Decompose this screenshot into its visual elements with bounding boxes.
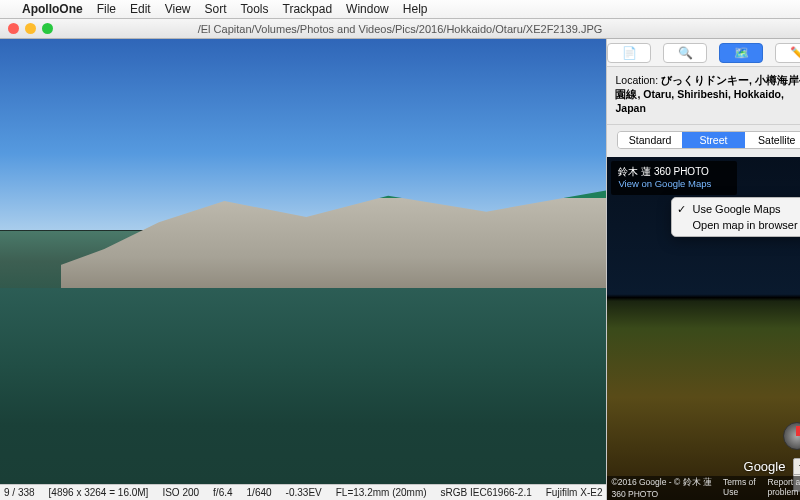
tab-inspect[interactable]: 🔍 (663, 43, 707, 63)
location-block: Location: びっくりドンキー, 小樽海岸公園線, Otaru, Shir… (607, 67, 800, 125)
status-aperture: f/6.4 (213, 487, 232, 498)
status-iso: ISO 200 (162, 487, 199, 498)
context-open-in-browser-label: Open map in browser (692, 219, 797, 231)
pencil-icon: ✏️ (790, 46, 800, 60)
menu-edit[interactable]: Edit (130, 2, 151, 16)
window-content: 9 / 338 [4896 x 3264 = 16.0M] ISO 200 f/… (0, 39, 800, 500)
status-dimensions: [4896 x 3264 = 16.0M] (49, 487, 149, 498)
minimize-button[interactable] (25, 23, 36, 34)
zoom-in-button[interactable]: + (794, 459, 800, 475)
menu-sort[interactable]: Sort (205, 2, 227, 16)
status-camera: Fujifilm X-E2 (546, 487, 603, 498)
map-type-segmented: Standard Street Satellite (617, 131, 800, 149)
image-viewer: 9 / 338 [4896 x 3264 = 16.0M] ISO 200 f/… (0, 39, 606, 500)
app-menu[interactable]: ApolloOne (22, 2, 83, 16)
location-label: Location: (615, 74, 658, 86)
streetview-map[interactable]: 鈴木 蓮 360 PHOTO View on Google Maps ✓ Use… (607, 157, 800, 500)
status-colorspace: sRGB IEC61966-2.1 (441, 487, 532, 498)
document-icon: 📄 (622, 46, 637, 60)
context-open-in-browser[interactable]: Open map in browser (672, 217, 800, 233)
magnify-icon: 🔍 (678, 46, 693, 60)
badge-author: 鈴木 蓮 360 PHOTO (618, 166, 711, 179)
badge-view-on-maps-link[interactable]: View on Google Maps (618, 178, 711, 190)
window-controls (8, 23, 53, 34)
info-panel: 📄 🔍 🗺️ ✏️ Location: びっくりドンキー, 小樽海岸公園線, O… (606, 39, 800, 500)
zoom-button[interactable] (42, 23, 53, 34)
google-logo: Google (744, 459, 786, 474)
status-ev: -0.33EV (286, 487, 322, 498)
menu-help[interactable]: Help (403, 2, 428, 16)
menu-trackpad[interactable]: Trackpad (283, 2, 333, 16)
window-titlebar: /El Capitan/Volumes/Photos and Videos/Pi… (0, 19, 800, 39)
info-panel-tabs: 📄 🔍 🗺️ ✏️ (607, 39, 800, 67)
map-footer: ©2016 Google - © 鈴木 蓮 360 PHOTO Terms of… (607, 476, 800, 500)
compass-control[interactable] (783, 422, 800, 450)
status-shutter: 1/640 (247, 487, 272, 498)
menu-window[interactable]: Window (346, 2, 389, 16)
menu-tools[interactable]: Tools (241, 2, 269, 16)
terms-link[interactable]: Terms of Use (723, 477, 760, 499)
window-title: /El Capitan/Volumes/Photos and Videos/Pi… (198, 23, 603, 35)
app-window: /El Capitan/Volumes/Photos and Videos/Pi… (0, 19, 800, 500)
tab-map[interactable]: 🗺️ (719, 43, 763, 63)
seg-satellite[interactable]: Satellite (745, 132, 800, 148)
seg-street[interactable]: Street (682, 132, 745, 148)
mac-menubar: ApolloOne File Edit View Sort Tools Trac… (0, 0, 800, 19)
report-link[interactable]: Report a problem (768, 477, 800, 499)
viewed-photo[interactable] (0, 39, 606, 484)
context-menu: ✓ Use Google Maps Open map in browser (671, 197, 800, 237)
seg-standard[interactable]: Standard (618, 132, 681, 148)
tab-edit[interactable]: ✏️ (775, 43, 800, 63)
menu-view[interactable]: View (165, 2, 191, 16)
tab-info[interactable]: 📄 (607, 43, 651, 63)
map-icon: 🗺️ (734, 46, 749, 60)
status-focal: FL=13.2mm (20mm) (336, 487, 427, 498)
context-use-google-maps-label: Use Google Maps (692, 203, 780, 215)
checkmark-icon: ✓ (677, 203, 686, 216)
photo-buildings-region (61, 190, 607, 297)
map-copyright: ©2016 Google - © 鈴木 蓮 360 PHOTO (611, 477, 723, 499)
streetview-attribution-badge[interactable]: 鈴木 蓮 360 PHOTO View on Google Maps (611, 161, 737, 195)
menu-file[interactable]: File (97, 2, 116, 16)
context-use-google-maps[interactable]: ✓ Use Google Maps (672, 201, 800, 217)
status-counter: 9 / 338 (4, 487, 35, 498)
close-button[interactable] (8, 23, 19, 34)
status-bar: 9 / 338 [4896 x 3264 = 16.0M] ISO 200 f/… (0, 484, 606, 500)
